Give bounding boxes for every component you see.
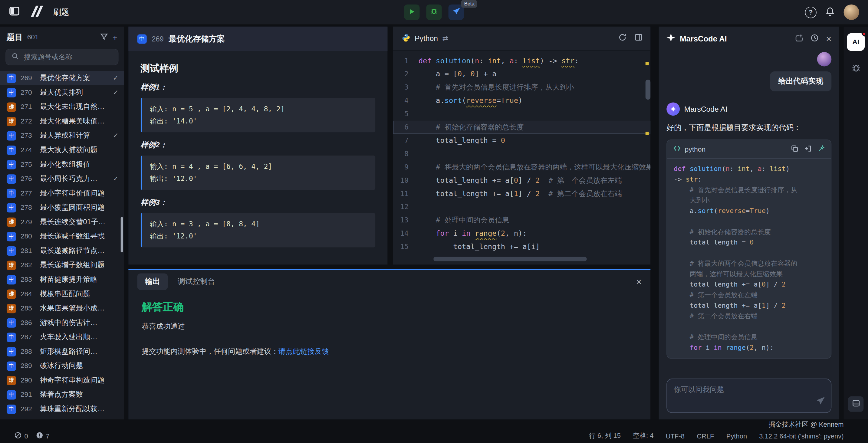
editor-code[interactable]: 1def solution(n: int, a: list) -> str:2 … <box>393 51 651 253</box>
sample-label: 样例3： <box>141 198 376 208</box>
copy-code-button[interactable] <box>791 144 798 154</box>
ai-close-button[interactable]: × <box>826 34 831 43</box>
insert-code-button[interactable] <box>804 144 812 154</box>
problem-row[interactable]: 中292算珠重新分配以获… <box>0 402 124 416</box>
split-editor-button[interactable] <box>634 33 643 44</box>
problem-row[interactable]: 中276最小周长巧克力…✓ <box>0 171 124 186</box>
ai-sidebar-button[interactable]: AI <box>847 33 865 51</box>
problem-row[interactable]: 难290神奇字符串构造问题 <box>0 373 124 388</box>
console-close-button[interactable]: × <box>636 277 642 286</box>
toggle-panel-button[interactable] <box>848 397 864 412</box>
problem-row[interactable]: 中288矩形棋盘路径问… <box>0 344 124 359</box>
sidebar-scrollbar[interactable] <box>121 217 123 252</box>
compare-icon[interactable]: ⇄ <box>442 34 448 42</box>
debug-button[interactable] <box>426 4 441 20</box>
refresh-button[interactable] <box>618 33 626 44</box>
problem-list[interactable]: 中269最优化存储方案✓中270最大优美排列✓难271最大化未出现自然…难272… <box>0 71 124 419</box>
add-problem-button[interactable]: + <box>113 32 117 42</box>
send-button[interactable] <box>816 397 825 408</box>
problem-title: 最长递减路径节点… <box>40 246 119 256</box>
submit-button[interactable]: Beta <box>448 4 464 20</box>
ai-input-box[interactable] <box>666 379 831 413</box>
problem-row[interactable]: 中286游戏中的伤害计… <box>0 316 124 330</box>
code-line: 5 <box>393 107 651 121</box>
warning-count: 7 <box>46 432 49 440</box>
problem-row[interactable]: 中277最小字符串价值问题 <box>0 186 124 201</box>
problem-row[interactable]: 难272最大化糖果美味值… <box>0 114 124 129</box>
problem-row[interactable]: 难282最长递增子数组问题 <box>0 258 124 272</box>
problem-row[interactable]: 难271最大化未出现自然… <box>0 100 124 114</box>
problem-row[interactable]: 中283树苗健康提升策略 <box>0 272 124 287</box>
editor-horizontal-scrollbar[interactable] <box>433 257 587 261</box>
problem-body[interactable]: 测试样例 样例1： 输入: n = 5 , a = [2, 4, 4, 8, 2… <box>128 51 388 264</box>
sample-block: 输入: n = 4 , a = [6, 6, 4, 2] 输出: '12.0' <box>141 156 376 190</box>
problem-row[interactable]: 中281最长递减路径节点… <box>0 244 124 258</box>
notifications-button[interactable] <box>825 6 835 18</box>
problem-row[interactable]: 难285水果店果篮最小成… <box>0 301 124 316</box>
problem-id: 270 <box>21 89 35 97</box>
line-number: 13 <box>393 214 418 227</box>
code-line: 6 # 初始化存储容器的总长度 <box>393 121 651 134</box>
problem-title: 火车驶入驶出顺… <box>40 332 119 342</box>
code-line: # 初始化存储容器的总长度 <box>674 227 825 238</box>
problem-id: 287 <box>21 333 35 341</box>
code-line <box>674 322 825 332</box>
tab-python[interactable]: Python <box>402 34 438 43</box>
eol-setting[interactable]: CRLF <box>697 432 714 440</box>
topbar-right: ? <box>805 4 859 20</box>
problem-row[interactable]: 中275最小化数组极值 <box>0 157 124 171</box>
code-line: total_length = 0 <box>674 238 825 248</box>
tab-debug-console[interactable]: 调试控制台 <box>178 277 215 287</box>
editor-vertical-scrollbar[interactable] <box>646 80 650 100</box>
sample-output: 输出: '14.0' <box>150 115 368 127</box>
problem-row[interactable]: 中287火车驶入驶出顺… <box>0 330 124 344</box>
problem-id: 283 <box>21 276 35 284</box>
problem-id: 275 <box>21 160 35 168</box>
problems-status[interactable]: 0 7 <box>14 432 50 440</box>
history-button[interactable] <box>810 34 819 44</box>
run-button[interactable] <box>404 4 420 20</box>
problem-row[interactable]: 难279最长连续交替01子… <box>0 215 124 229</box>
errors-status[interactable]: 0 <box>14 432 28 440</box>
ai-chat-area[interactable]: 给出代码实现 MarsCode AI 好的，下面是根据题目要求实现的代码： py… <box>659 51 839 373</box>
sidebar-toggle-button[interactable] <box>9 5 20 19</box>
problem-row[interactable]: 难284模板串匹配问题 <box>0 287 124 301</box>
language-mode[interactable]: Python <box>726 432 747 440</box>
problem-row[interactable]: 中270最大优美排列✓ <box>0 85 124 100</box>
indent-setting[interactable]: 空格: 4 <box>633 431 653 441</box>
problem-row[interactable]: 中269最优化存储方案✓ <box>0 71 124 85</box>
console-panel: 输出 调试控制台 × 解答正确 恭喜成功通过 提交功能内测体验中，任何问题或者建… <box>128 269 650 420</box>
problem-row[interactable]: 中291禁着点方案数 <box>0 387 124 402</box>
problem-row[interactable]: 中278最小覆盖圆面积问题 <box>0 200 124 215</box>
problem-count: 601 <box>27 33 39 41</box>
bug-report-button[interactable] <box>851 63 861 75</box>
search-box[interactable] <box>5 49 118 65</box>
search-input[interactable] <box>23 53 114 61</box>
encoding[interactable]: UTF-8 <box>666 432 685 440</box>
language-icon <box>673 144 681 154</box>
interpreter[interactable]: 3.12.2 64-bit ('shims': pyenv) <box>759 432 843 440</box>
feedback-line: 提交功能内测体验中，任何问题或者建议：请点此链接反馈 <box>142 346 637 356</box>
sidebar-toggle-icon <box>9 9 20 18</box>
problem-row[interactable]: 中274最大敌人捕获问题 <box>0 143 124 157</box>
tab-output[interactable]: 输出 <box>137 274 168 290</box>
problem-title: 算珠重新分配以获… <box>40 404 119 414</box>
ai-input-field[interactable] <box>667 379 831 412</box>
problem-row[interactable]: 中289破冰行动问题 <box>0 358 124 373</box>
error-count: 0 <box>24 432 28 440</box>
user-avatar[interactable] <box>844 4 859 20</box>
ai-code[interactable]: def solution(n: int, a: list)-> str: # 首… <box>667 159 831 358</box>
warnings-status[interactable]: 7 <box>36 432 49 440</box>
marscode-logo-icon[interactable] <box>28 5 43 19</box>
filter-button[interactable] <box>100 32 108 42</box>
code-line: def solution(n: int, a: list) <box>674 164 825 174</box>
editor-actions <box>618 33 643 44</box>
help-button[interactable]: ? <box>805 6 816 18</box>
feedback-link[interactable]: 请点此链接反馈 <box>278 347 329 355</box>
magic-apply-button[interactable] <box>818 144 825 154</box>
problem-row[interactable]: 中273最大异或和计算✓ <box>0 128 124 143</box>
cursor-position[interactable]: 行 6, 列 15 <box>589 431 621 441</box>
problem-header: 中 269 最优化存储方案 <box>128 27 388 51</box>
problem-row[interactable]: 中280最长递减子数组寻找 <box>0 229 124 244</box>
new-chat-button[interactable] <box>795 34 803 44</box>
